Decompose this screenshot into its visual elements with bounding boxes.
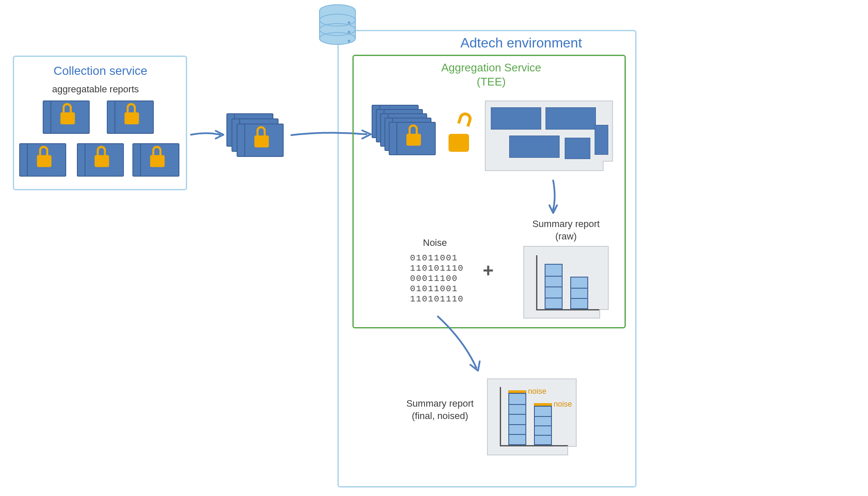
- locked-report: [19, 143, 66, 177]
- lock-icon: [126, 103, 136, 112]
- collection-service-title: Collection service: [43, 64, 158, 78]
- decrypted-data-sheet: [485, 100, 613, 171]
- lock-icon: [254, 136, 269, 148]
- locked-report: [107, 100, 154, 134]
- locked-report: [132, 143, 179, 177]
- plus-symbol: +: [483, 260, 494, 281]
- summary-report-final-label: Summary report (final, noised): [397, 398, 483, 422]
- lock-icon: [256, 126, 266, 136]
- summary-report-raw-chart: [523, 246, 609, 319]
- aggregation-service-title-line1: Aggregation Service: [441, 61, 541, 74]
- noise-cap-label: noise: [528, 387, 546, 396]
- aggregation-service-title: Aggregation Service (TEE): [410, 61, 572, 89]
- diagram-root: Adtech environment Collection service ag…: [0, 0, 868, 496]
- noise-label: Noise: [423, 237, 447, 248]
- lock-icon: [62, 103, 72, 112]
- lock-icon: [408, 124, 418, 134]
- lock-icon: [37, 155, 51, 167]
- svg-point-2: [320, 32, 355, 44]
- arrow-icon: [434, 314, 485, 374]
- lock-icon: [94, 155, 109, 167]
- svg-point-5: [348, 21, 350, 24]
- reports-in-transit-stack: [226, 113, 290, 162]
- aggregation-service-title-line2: (TEE): [477, 75, 506, 88]
- summary-report-raw-label: Summary report (raw): [521, 218, 611, 242]
- database-icon: [318, 4, 357, 45]
- svg-point-7: [348, 40, 350, 42]
- noise-cap-label: noise: [554, 400, 572, 409]
- lock-icon: [150, 155, 164, 167]
- adtech-environment-title: Adtech environment: [419, 35, 624, 51]
- noise-bits: 01011001 110101110 00011100 01011001 110…: [410, 253, 464, 304]
- locked-report: [77, 143, 124, 177]
- lock-icon: [152, 146, 161, 155]
- lock-icon: [97, 146, 106, 155]
- svg-point-6: [348, 31, 350, 33]
- arrow-icon: [547, 180, 560, 214]
- lock-icon: [60, 112, 75, 124]
- lock-icon: [406, 134, 421, 146]
- lock-icon: [124, 112, 139, 124]
- noise-cap: [508, 390, 526, 393]
- unlock-icon: [449, 122, 478, 152]
- aggregatable-reports-label: aggregatable reports: [52, 84, 139, 95]
- locked-report: [43, 100, 90, 134]
- lock-icon: [39, 146, 48, 155]
- encrypted-reports-stack: [372, 105, 446, 160]
- summary-report-final-chart: noise noise: [487, 378, 577, 455]
- noise-cap: [534, 403, 552, 406]
- arrow-icon: [190, 128, 224, 141]
